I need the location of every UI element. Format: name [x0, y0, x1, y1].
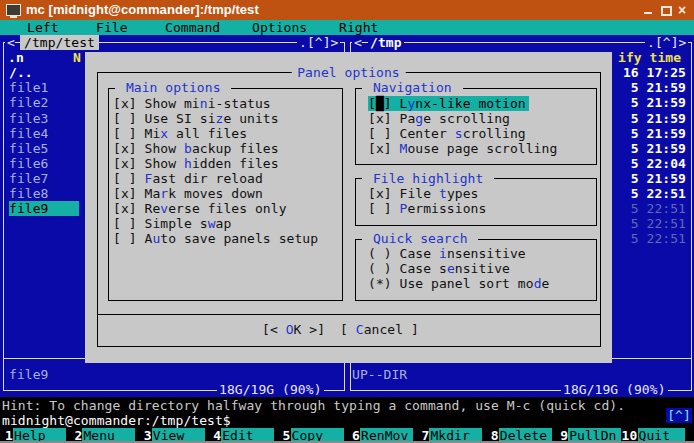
hotkey-letter: s: [455, 126, 463, 141]
file-row-file4[interactable]: file4: [9, 126, 48, 141]
right-time-column-header[interactable]: ify time: [618, 50, 681, 65]
left-sort-indicator[interactable]: .n: [8, 50, 24, 65]
checkbox-permissions[interactable]: [ ] Permissions: [368, 201, 486, 216]
left-panel-sort-widget[interactable]: .[^]>: [297, 35, 340, 50]
time-row[interactable]: 5 21:59: [608, 171, 686, 186]
right-usage-info: 18G/19G (90%): [561, 382, 668, 397]
file-row-file9[interactable]: file9: [9, 201, 79, 216]
hotkey-letter: n: [200, 96, 208, 111]
right-mini-status: UP--DIR: [352, 367, 407, 382]
time-row[interactable]: 5 21:59: [608, 126, 686, 141]
checkbox-fast-dir-reload[interactable]: [ ] Fast dir reload: [113, 171, 263, 186]
hotkey-letter: x: [160, 126, 168, 141]
checkbox-page-scrolling[interactable]: [x] Page scrolling: [368, 111, 510, 126]
close-icon[interactable]: ×: [678, 0, 688, 20]
time-row[interactable]: 5 21:59: [608, 111, 686, 126]
checkbox-file-types[interactable]: [x] File types: [368, 186, 478, 201]
right-panel-path[interactable]: /tmp: [368, 35, 404, 50]
time-row[interactable]: 5 21:59: [608, 141, 686, 156]
maximize-icon[interactable]: [661, 0, 671, 20]
menu-item-file[interactable]: File: [96, 20, 128, 35]
time-row[interactable]: 5 21:59: [608, 80, 686, 95]
time-row[interactable]: 5 22:51: [608, 201, 686, 216]
left-name-column-header[interactable]: N: [73, 50, 81, 65]
ok-button[interactable]: [< OK >]: [262, 322, 325, 337]
hotkey-letter: P: [400, 201, 408, 216]
radio-case-insensitive[interactable]: ( ) Case insensitive: [368, 246, 526, 261]
checkbox-mark-moves-down[interactable]: [x] Mark moves down: [113, 186, 263, 201]
radio-use-panel-sort-mode[interactable]: (*) Use panel sort mode: [368, 276, 549, 291]
time-row[interactable]: 5 22:04: [608, 156, 686, 171]
panel-options-dialog: Panel options Main options [x] Show mini…: [85, 52, 612, 364]
checkbox-mouse-page-scrolling[interactable]: [x] Mouse page scrolling: [368, 141, 557, 156]
hotkey-letter: u: [152, 231, 160, 246]
hotkey-letter: g: [415, 111, 423, 126]
window-title: mc [midnight@commander]:/tmp/test: [26, 0, 259, 20]
dialog-title: Panel options: [291, 65, 406, 80]
dialog-button-separator: [97, 314, 600, 315]
file-row-file2[interactable]: file2: [9, 95, 48, 110]
cancel-button[interactable]: [ Cancel ]: [340, 322, 419, 337]
checkbox-use-si-size-units[interactable]: [ ] Use SI size units: [113, 111, 279, 126]
hotkey-letter: i: [439, 246, 447, 261]
right-panel-sort-widget[interactable]: .[^]>: [645, 35, 688, 50]
file-row-file3[interactable]: file3: [9, 111, 48, 126]
checkbox-show-mini-status[interactable]: [x] Show mini-status: [113, 96, 271, 111]
hint-line: Hint: To change directory halfway throug…: [2, 398, 625, 413]
hotkey-letter: z: [216, 111, 224, 126]
file-row-file6[interactable]: file6: [9, 156, 48, 171]
checkbox-show-hidden-files[interactable]: [x] Show hidden files: [113, 156, 279, 171]
group-title-file-highlight: File highlight: [362, 171, 494, 186]
cursor-block: █: [376, 96, 384, 111]
left-panel-path[interactable]: /tmp/test: [20, 35, 99, 50]
checkbox-center-scrolling[interactable]: [ ] Center scrolling: [368, 126, 526, 141]
hotkey-letter: h: [184, 156, 192, 171]
file-row-file5[interactable]: file5: [9, 141, 48, 156]
menu-item-right[interactable]: Right: [339, 20, 378, 35]
radio-case-sensitive[interactable]: ( ) Case sensitive: [368, 261, 510, 276]
file-row-[interactable]: /..: [9, 65, 33, 80]
time-row[interactable]: 5 22:51: [608, 231, 686, 246]
hotkey-letter: b: [184, 141, 192, 156]
checkbox-show-backup-files[interactable]: [x] Show backup files: [113, 141, 279, 156]
hotkey-letter: M: [400, 141, 408, 156]
hotkey-letter: y: [407, 96, 415, 111]
command-history-badge[interactable]: [^]: [666, 408, 692, 423]
window-controls: ×: [637, 0, 688, 20]
hotkey-letter: w: [208, 216, 216, 231]
group-title-main-options: Main options: [115, 80, 231, 95]
menu-item-options[interactable]: Options: [252, 20, 307, 35]
file-row-file1[interactable]: file1: [9, 80, 48, 95]
checkbox-lynx-like-motion[interactable]: [█] Lynx-like motion: [368, 96, 529, 111]
hotkey-letter: r: [160, 186, 168, 201]
left-usage-info: 18G/19G (90%): [217, 382, 324, 397]
time-row[interactable]: 5 22:51: [608, 186, 686, 201]
checkbox-mix-all-files[interactable]: [ ] Mix all files: [113, 126, 247, 141]
time-row[interactable]: 5 21:59: [608, 95, 686, 110]
left-mini-status: file9: [9, 367, 48, 382]
hotkey-letter: C: [356, 322, 364, 337]
command-prompt[interactable]: midnight@commander:/tmp/test$: [2, 413, 231, 428]
group-title-navigation: Navigation: [362, 80, 463, 95]
checkbox-auto-save-panels-setup[interactable]: [ ] Auto save panels setup: [113, 231, 318, 246]
file-row-file8[interactable]: file8: [9, 186, 48, 201]
hotkey-letter: t: [439, 186, 447, 201]
minimize-icon[interactable]: [644, 0, 654, 20]
window-titlebar[interactable]: mc [midnight@commander]:/tmp/test ×: [0, 0, 694, 20]
checkbox-simple-swap[interactable]: [ ] Simple swap: [113, 216, 231, 231]
time-row[interactable]: 16 17:25: [608, 65, 686, 80]
menu-bar: LeftFileCommandOptionsRight: [0, 20, 694, 35]
hotkey-letter: d: [534, 276, 542, 291]
terminal-icon: [6, 4, 21, 16]
mc-terminal-window: mc [midnight@commander]:/tmp/test × Left…: [0, 0, 694, 443]
checkbox-reverse-files-only[interactable]: [x] Reverse files only: [113, 201, 287, 216]
hotkey-letter: F: [145, 171, 153, 186]
time-row[interactable]: 5 22:51: [608, 216, 686, 231]
hotkey-letter: v: [160, 201, 168, 216]
hotkey-letter: O: [286, 322, 294, 337]
hotkey-letter: e: [447, 261, 455, 276]
group-title-quick-search: Quick search: [362, 231, 478, 246]
file-row-file7[interactable]: file7: [9, 171, 48, 186]
menu-item-left[interactable]: Left: [27, 20, 59, 35]
menu-item-command[interactable]: Command: [165, 20, 220, 35]
